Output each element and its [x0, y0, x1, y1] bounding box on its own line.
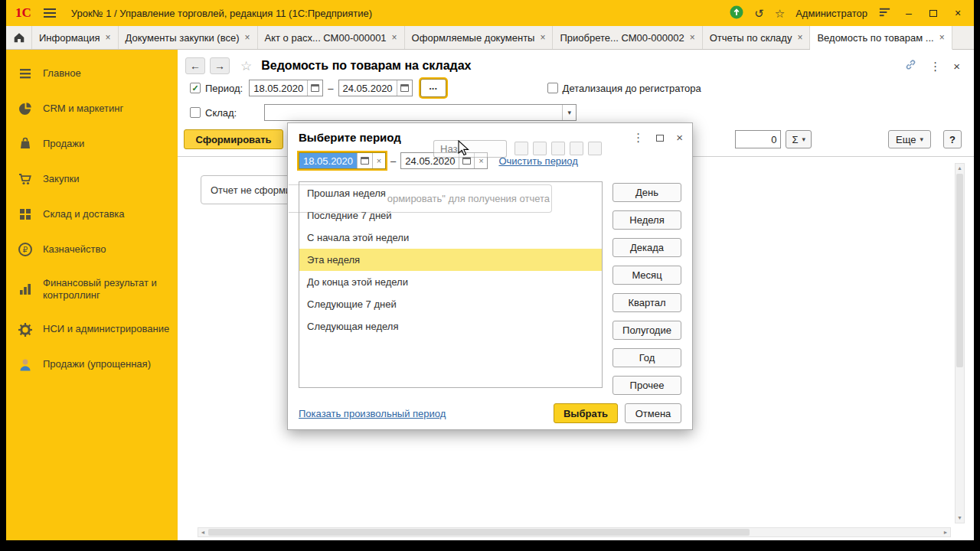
- update-notification-icon[interactable]: [730, 5, 743, 21]
- close-tab-icon[interactable]: ×: [797, 32, 802, 43]
- tab-priobretenie[interactable]: Приобрете... СМ00-000002×: [553, 26, 702, 49]
- period-kind-mesyats[interactable]: Месяц: [612, 266, 681, 285]
- menu-icon: [17, 66, 34, 81]
- forward-button[interactable]: →: [210, 57, 230, 74]
- period-to-input[interactable]: 24.05.2020: [338, 80, 413, 96]
- period-checkbox[interactable]: ✓: [190, 83, 201, 93]
- scroll-left-icon[interactable]: ◄: [198, 528, 207, 536]
- custom-period-link[interactable]: Показать произвольный период: [299, 408, 446, 419]
- sidebar-item-prodazhi[interactable]: Продажи: [6, 126, 178, 161]
- count-field[interactable]: 0: [735, 130, 781, 148]
- scroll-up-icon[interactable]: ▲: [956, 164, 964, 173]
- period-kind-den[interactable]: День: [612, 183, 681, 202]
- scrollbar-thumb[interactable]: [208, 529, 750, 536]
- back-button[interactable]: ←: [185, 57, 205, 74]
- scroll-right-icon[interactable]: ►: [941, 528, 950, 536]
- 1c-logo: 1С: [15, 5, 31, 21]
- scrollbar-thumb[interactable]: [956, 174, 963, 367]
- dialog-date-from-value[interactable]: 18.05.2020: [299, 153, 357, 168]
- chevron-down-icon[interactable]: ▾: [562, 105, 576, 120]
- calendar-icon[interactable]: [307, 80, 322, 96]
- tab-vedomost-po-tovaram[interactable]: Ведомость по товарам ...×: [810, 26, 952, 50]
- sidebar-item-kaznacheystvo[interactable]: ₽ Казначейство: [6, 232, 178, 267]
- more-menu-icon[interactable]: ⋮: [929, 60, 941, 72]
- period-kind-prochee[interactable]: Прочее: [612, 376, 681, 395]
- detail-checkbox[interactable]: [547, 83, 558, 93]
- dialog-title: Выберите период: [299, 131, 401, 144]
- close-tab-icon[interactable]: ×: [245, 32, 250, 43]
- main-menu-icon[interactable]: [44, 8, 56, 18]
- section-sidebar: Главное CRM и маркетинг Продажи Закупки …: [6, 50, 178, 540]
- service-menu-icon[interactable]: [878, 5, 891, 21]
- get-link-icon[interactable]: [904, 58, 917, 73]
- warehouse-checkbox[interactable]: [190, 107, 201, 118]
- close-tab-icon[interactable]: ×: [939, 32, 945, 43]
- horizontal-scrollbar[interactable]: ◄ ►: [198, 527, 951, 537]
- calendar-icon[interactable]: [459, 153, 474, 168]
- period-kind-kvartal[interactable]: Квартал: [612, 293, 681, 312]
- minimize-button[interactable]: –: [902, 7, 916, 19]
- choose-period-button[interactable]: ...: [420, 79, 446, 97]
- home-tab[interactable]: [6, 26, 32, 49]
- close-window-button[interactable]: ×: [951, 7, 965, 19]
- current-user[interactable]: Администратор: [795, 8, 867, 19]
- vertical-scrollbar[interactable]: ▲ ▼: [955, 163, 965, 523]
- clear-date-icon[interactable]: ×: [474, 153, 487, 168]
- sidebar-item-crm[interactable]: CRM и маркетинг: [6, 91, 178, 126]
- period-to-value[interactable]: 24.05.2020: [339, 80, 397, 96]
- add-favorite-star-icon[interactable]: ☆: [240, 58, 252, 74]
- chevron-down-icon: ▾: [920, 135, 923, 143]
- clear-period-link[interactable]: Очистить период: [498, 155, 578, 167]
- dialog-date-from-input[interactable]: 18.05.2020 ×: [299, 152, 386, 169]
- period-option-sleduyushchie-7-dney[interactable]: Следующие 7 дней: [299, 293, 602, 315]
- period-option-eta-nedelya[interactable]: Эта неделя: [299, 249, 602, 271]
- tab-otchety-po-skladu[interactable]: Отчеты по складу×: [703, 26, 811, 49]
- sidebar-item-glavnoe[interactable]: Главное: [6, 56, 178, 91]
- close-tab-icon[interactable]: ×: [540, 32, 545, 43]
- calendar-icon[interactable]: [357, 153, 372, 168]
- history-icon[interactable]: ↺: [754, 8, 764, 19]
- period-option-s-nachala-etoy-nedeli[interactable]: С начала этой недели: [299, 227, 602, 249]
- close-form-icon[interactable]: ×: [953, 60, 960, 72]
- favorites-star-icon[interactable]: ☆: [775, 8, 785, 19]
- period-option-do-kontsa-etoy-nedeli[interactable]: До конца этой недели: [299, 271, 602, 293]
- scroll-down-icon[interactable]: ▼: [956, 514, 964, 523]
- dialog-maximize-button[interactable]: [656, 132, 664, 143]
- tab-bar: Информация× Документы закупки (все)× Акт…: [6, 26, 974, 50]
- dialog-date-to-input[interactable]: 24.05.2020 ×: [400, 152, 488, 169]
- sidebar-item-sklad[interactable]: Склад и доставка: [6, 197, 178, 232]
- clear-date-icon[interactable]: ×: [372, 153, 385, 168]
- tab-oformlyaemye-dokumenty[interactable]: Оформляемые документы×: [405, 26, 554, 49]
- close-tab-icon[interactable]: ×: [392, 32, 397, 43]
- period-from-value[interactable]: 18.05.2020: [250, 80, 307, 96]
- period-option-proshlaya-nedelya[interactable]: Прошлая неделя: [299, 182, 602, 204]
- period-option-sleduyushchaya-nedelya[interactable]: Следующая неделя: [299, 315, 602, 337]
- help-button[interactable]: ?: [943, 130, 962, 148]
- warehouse-combo[interactable]: ▾: [264, 104, 577, 121]
- close-tab-icon[interactable]: ×: [690, 32, 695, 43]
- tab-informatsiya[interactable]: Информация×: [32, 26, 119, 49]
- more-button[interactable]: Еще▾: [888, 130, 931, 148]
- sidebar-item-zakupki[interactable]: Закупки: [6, 161, 178, 197]
- dialog-more-icon[interactable]: ⋮: [632, 132, 644, 143]
- close-tab-icon[interactable]: ×: [106, 32, 111, 43]
- calendar-icon[interactable]: [397, 80, 412, 96]
- sidebar-item-nsi-administrirovanie[interactable]: НСИ и администрирование: [6, 312, 178, 347]
- dialog-date-to-value[interactable]: 24.05.2020: [401, 153, 459, 168]
- sidebar-item-prodazhi-uproshchennaya[interactable]: Продажи (упрощенная): [6, 347, 178, 383]
- select-button[interactable]: Выбрать: [554, 403, 618, 423]
- period-option-poslednie-7-dney[interactable]: Последние 7 дней: [299, 204, 602, 227]
- maximize-button[interactable]: [926, 7, 940, 19]
- tab-dokumenty-zakupki[interactable]: Документы закупки (все)×: [119, 26, 258, 49]
- sidebar-item-finrezultat[interactable]: Финансовый результат и контроллинг: [6, 267, 178, 312]
- period-kind-god[interactable]: Год: [612, 348, 681, 367]
- tab-akt-o-raskhode[interactable]: Акт о расх... СМ00-000001×: [258, 26, 405, 49]
- period-kind-polugodie[interactable]: Полугодие: [612, 321, 681, 340]
- period-kind-dekada[interactable]: Декада: [612, 238, 681, 257]
- period-from-input[interactable]: 18.05.2020: [249, 80, 323, 96]
- cancel-button[interactable]: Отмена: [625, 403, 681, 423]
- generate-button[interactable]: Сформировать: [184, 129, 283, 149]
- dialog-close-button[interactable]: ×: [676, 132, 683, 143]
- period-kind-nedelya[interactable]: Неделя: [612, 210, 681, 230]
- sum-button[interactable]: Σ▾: [786, 130, 812, 148]
